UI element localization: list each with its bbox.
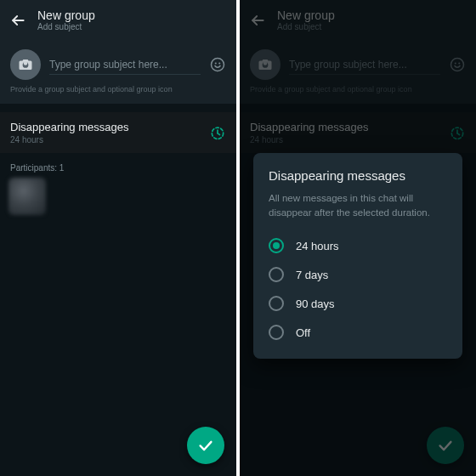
radio-icon <box>269 267 284 282</box>
option-label: Off <box>296 326 310 339</box>
page-subtitle: Add subject <box>37 22 95 31</box>
svg-point-3 <box>218 62 220 64</box>
option-off[interactable]: Off <box>269 318 447 347</box>
back-icon[interactable] <box>8 11 27 30</box>
dialog-title: Disappearing messages <box>269 168 447 183</box>
svg-point-2 <box>215 62 217 64</box>
timer-icon <box>209 124 226 141</box>
option-7-days[interactable]: 7 days <box>269 260 447 289</box>
participant-avatar[interactable] <box>8 178 46 215</box>
confirm-fab[interactable] <box>187 427 224 464</box>
app-bar: New group Add subject <box>0 0 236 41</box>
option-label: 90 days <box>296 298 335 310</box>
participants-label: Participants: 1 <box>0 153 236 178</box>
radio-icon <box>269 325 284 340</box>
option-90-days[interactable]: 90 days <box>269 289 447 318</box>
option-label: 7 days <box>296 269 328 281</box>
disappearing-value: 24 hours <box>10 135 202 144</box>
svg-point-1 <box>212 59 224 71</box>
emoji-icon[interactable] <box>209 56 226 73</box>
subject-hint: Provide a group subject and optional gro… <box>0 85 236 104</box>
disappearing-title: Disappearing messages <box>10 121 202 133</box>
phone-left: New group Add subject Type group subject… <box>0 0 236 476</box>
disappearing-row[interactable]: Disappearing messages 24 hours <box>0 112 236 153</box>
phone-right: New group Add subject Type group subject… <box>240 0 476 476</box>
divider <box>0 104 236 112</box>
subject-row: Type group subject here... <box>0 41 236 85</box>
group-subject-input[interactable]: Type group subject here... <box>49 55 201 75</box>
group-avatar[interactable] <box>10 49 41 80</box>
option-24-hours[interactable]: 24 hours <box>269 231 447 260</box>
disappearing-dialog: Disappearing messages All new messages i… <box>253 153 462 359</box>
dialog-description: All new messages in this chat will disap… <box>269 191 447 219</box>
title-wrap: New group Add subject <box>37 9 95 31</box>
option-label: 24 hours <box>296 240 339 252</box>
radio-icon <box>269 238 284 253</box>
radio-icon <box>269 296 284 311</box>
participants-list <box>0 178 236 215</box>
page-title: New group <box>37 9 95 22</box>
svg-line-6 <box>218 133 220 135</box>
